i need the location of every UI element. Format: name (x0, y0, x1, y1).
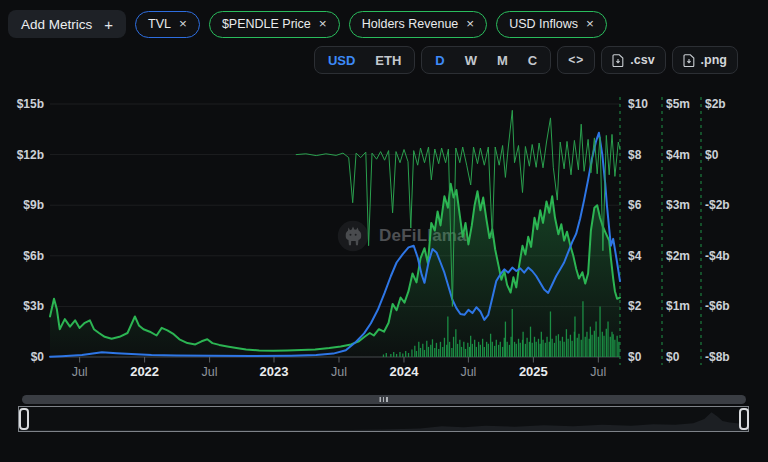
file-download-icon (683, 54, 695, 67)
svg-text:$3b: $3b (23, 299, 44, 313)
price-axis-labels: $10$8$6$4$2$0 (628, 97, 648, 364)
brush-handle-right[interactable] (739, 408, 749, 430)
defillama-chart-panel: Add Metrics + TVL×$PENDLE Price×Holders … (0, 0, 768, 462)
export-csv-button[interactable]: .csv (601, 46, 665, 74)
remove-metric-icon[interactable]: × (319, 17, 327, 31)
svg-text:$1m: $1m (666, 299, 690, 313)
embed-code-button[interactable]: <> (557, 46, 595, 74)
svg-text:-$4b: -$4b (705, 249, 730, 263)
svg-text:-$6b: -$6b (705, 299, 730, 313)
export-png-button[interactable]: .png (672, 46, 738, 74)
file-download-icon (612, 54, 624, 67)
metric-pill-pendle-price[interactable]: $PENDLE Price× (209, 11, 340, 38)
interval-option-d[interactable]: D (425, 47, 454, 73)
series-bars-holders-revenue (383, 301, 618, 357)
interval-option-c[interactable]: C (518, 47, 547, 73)
tvl-axis-labels: $15b$12b$9b$6b$3b$0 (17, 97, 45, 364)
currency-option-usd[interactable]: USD (318, 47, 365, 73)
svg-text:$6: $6 (628, 198, 642, 212)
svg-text:$8: $8 (628, 148, 642, 162)
series-line-tvl (50, 133, 620, 357)
metric-pill-usd-inflows[interactable]: USD Inflows× (496, 11, 607, 38)
remove-metric-icon[interactable]: × (466, 17, 474, 31)
svg-text:$6b: $6b (23, 249, 44, 263)
metric-pill-label: TVL (148, 17, 171, 31)
interval-option-m[interactable]: M (487, 47, 518, 73)
brush-minimap (19, 407, 748, 431)
watermark-text: DeFiLlama (379, 226, 467, 246)
axis-separators (620, 97, 701, 365)
interval-toggle-group: DWMC (421, 46, 551, 74)
metrics-row: Add Metrics + TVL×$PENDLE Price×Holders … (8, 10, 607, 38)
svg-text:2023: 2023 (260, 364, 289, 379)
defillama-llama-icon (336, 219, 370, 253)
svg-text:$4m: $4m (666, 148, 690, 162)
svg-text:$15b: $15b (17, 97, 44, 111)
revenue-axis-labels: $5m$4m$3m$2m$1m$0 (666, 97, 690, 364)
export-button-label: .csv (630, 53, 654, 67)
svg-text:$12b: $12b (17, 148, 44, 162)
metric-pill-label: $PENDLE Price (222, 17, 311, 31)
metric-pill-label: USD Inflows (509, 17, 578, 31)
svg-text:$9b: $9b (23, 198, 44, 212)
svg-text:$0: $0 (705, 148, 719, 162)
time-range-brush[interactable] (18, 406, 749, 432)
scrollbar-grip-icon[interactable] (380, 397, 389, 402)
add-metrics-button[interactable]: Add Metrics + (8, 10, 126, 38)
svg-text:$3m: $3m (666, 198, 690, 212)
svg-text:2024: 2024 (390, 364, 420, 379)
svg-text:$2: $2 (628, 299, 642, 313)
svg-text:Jul: Jul (72, 365, 88, 379)
currency-toggle-group: USDETH (314, 46, 415, 74)
svg-text:$0: $0 (628, 350, 642, 364)
svg-text:$0: $0 (31, 350, 45, 364)
add-metrics-label: Add Metrics (21, 17, 92, 32)
export-button-label: .png (701, 53, 727, 67)
svg-text:$2m: $2m (666, 249, 690, 263)
inflows-axis-labels: $2b$0-$2b-$4b-$6b-$8b (705, 97, 730, 364)
series-line-pendle-price (50, 184, 620, 351)
code-icon: <> (568, 53, 584, 67)
svg-text:Jul: Jul (460, 365, 476, 379)
svg-text:$0: $0 (666, 350, 680, 364)
export-buttons: .csv.png (601, 46, 738, 74)
x-axis-labels: Jul2022Jul2023Jul2024Jul2025Jul (72, 357, 607, 379)
metric-pills: TVL×$PENDLE Price×Holders Revenue×USD In… (135, 11, 607, 38)
remove-metric-icon[interactable]: × (586, 17, 594, 31)
svg-text:-$8b: -$8b (705, 350, 730, 364)
svg-text:$2b: $2b (705, 97, 726, 111)
gridlines (50, 104, 620, 357)
svg-text:2025: 2025 (519, 364, 548, 379)
remove-metric-icon[interactable]: × (179, 17, 187, 31)
series-area-pendle-price (50, 184, 620, 357)
chart-scrollbar[interactable] (22, 395, 746, 404)
brush-handle-left[interactable] (19, 408, 29, 430)
defillama-watermark: DeFiLlama (336, 219, 467, 253)
svg-text:Jul: Jul (202, 365, 218, 379)
svg-text:-$2b: -$2b (705, 198, 730, 212)
interval-option-w[interactable]: W (455, 47, 487, 73)
metric-pill-label: Holders Revenue (362, 17, 459, 31)
svg-text:$10: $10 (628, 97, 648, 111)
minimap-area (19, 412, 748, 431)
metric-pill-tvl[interactable]: TVL× (135, 11, 200, 38)
metric-pill-holders-revenue[interactable]: Holders Revenue× (349, 11, 487, 38)
series-line-usd-inflows (296, 110, 620, 306)
svg-text:$4: $4 (628, 249, 642, 263)
chart-toolbar: USDETH DWMC <> .csv.png (314, 46, 738, 74)
svg-text:$5m: $5m (666, 97, 690, 111)
plus-icon: + (104, 16, 113, 33)
svg-text:Jul: Jul (331, 365, 347, 379)
svg-text:2022: 2022 (130, 364, 159, 379)
svg-text:Jul: Jul (590, 365, 606, 379)
currency-option-eth[interactable]: ETH (365, 47, 411, 73)
